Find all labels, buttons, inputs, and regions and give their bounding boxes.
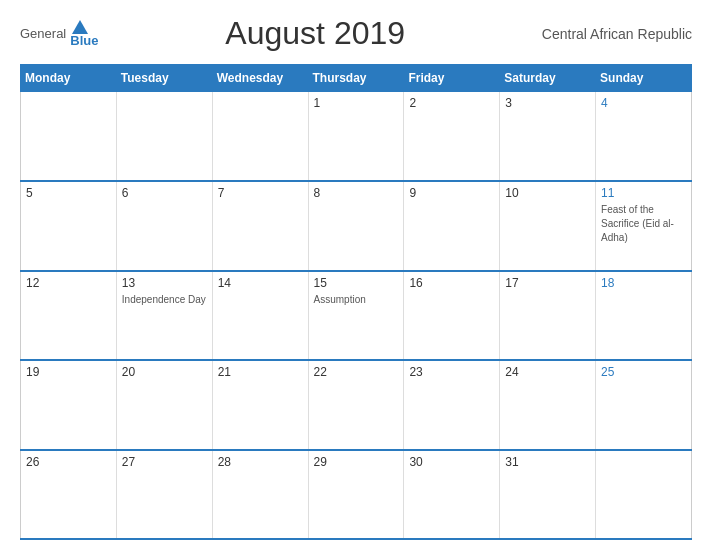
day-number: 6 (122, 186, 207, 200)
day-number: 14 (218, 276, 303, 290)
logo: General Blue (20, 20, 98, 47)
col-thursday: Thursday (308, 65, 404, 92)
calendar-week-3: 1213Independence Day1415Assumption161718 (21, 271, 692, 361)
page-title: August 2019 (98, 15, 532, 52)
col-wednesday: Wednesday (212, 65, 308, 92)
calendar-cell: 2 (404, 92, 500, 182)
day-number: 4 (601, 96, 686, 110)
day-number: 23 (409, 365, 494, 379)
day-number: 7 (218, 186, 303, 200)
day-number: 27 (122, 455, 207, 469)
country-label: Central African Republic (532, 26, 692, 42)
day-number: 21 (218, 365, 303, 379)
day-number: 16 (409, 276, 494, 290)
calendar-cell: 5 (21, 181, 117, 271)
calendar-cell: 14 (212, 271, 308, 361)
calendar-cell: 19 (21, 360, 117, 450)
calendar-cell: 29 (308, 450, 404, 540)
day-number: 20 (122, 365, 207, 379)
day-number: 5 (26, 186, 111, 200)
holiday-label: Assumption (314, 294, 366, 305)
calendar-cell: 18 (596, 271, 692, 361)
day-number: 22 (314, 365, 399, 379)
logo-blue-text: Blue (70, 34, 98, 47)
logo-triangle-icon (72, 20, 88, 34)
day-number: 10 (505, 186, 590, 200)
calendar-week-5: 262728293031 (21, 450, 692, 540)
calendar-cell: 6 (116, 181, 212, 271)
calendar-cell: 24 (500, 360, 596, 450)
calendar-cell: 16 (404, 271, 500, 361)
calendar-week-2: 567891011Feast of the Sacrifice (Eid al-… (21, 181, 692, 271)
calendar-cell: 23 (404, 360, 500, 450)
calendar-cell: 22 (308, 360, 404, 450)
col-monday: Monday (21, 65, 117, 92)
calendar-week-1: 1234 (21, 92, 692, 182)
day-number: 13 (122, 276, 207, 290)
calendar-cell: 3 (500, 92, 596, 182)
day-number: 31 (505, 455, 590, 469)
calendar-cell: 8 (308, 181, 404, 271)
calendar-cell: 26 (21, 450, 117, 540)
calendar-cell: 27 (116, 450, 212, 540)
page: General Blue August 2019 Central African… (0, 0, 712, 550)
col-sunday: Sunday (596, 65, 692, 92)
calendar-cell: 9 (404, 181, 500, 271)
day-number: 1 (314, 96, 399, 110)
logo-general-text: General (20, 26, 66, 41)
day-number: 17 (505, 276, 590, 290)
calendar-cell: 17 (500, 271, 596, 361)
day-number: 19 (26, 365, 111, 379)
calendar-week-4: 19202122232425 (21, 360, 692, 450)
calendar-cell: 30 (404, 450, 500, 540)
calendar-cell (596, 450, 692, 540)
day-number: 8 (314, 186, 399, 200)
col-tuesday: Tuesday (116, 65, 212, 92)
day-number: 9 (409, 186, 494, 200)
day-number: 30 (409, 455, 494, 469)
calendar-cell: 7 (212, 181, 308, 271)
calendar-cell: 13Independence Day (116, 271, 212, 361)
day-number: 2 (409, 96, 494, 110)
day-number: 24 (505, 365, 590, 379)
calendar-cell: 10 (500, 181, 596, 271)
day-number: 11 (601, 186, 686, 200)
col-friday: Friday (404, 65, 500, 92)
calendar-cell: 1 (308, 92, 404, 182)
calendar-cell: 25 (596, 360, 692, 450)
col-saturday: Saturday (500, 65, 596, 92)
day-number: 28 (218, 455, 303, 469)
calendar-cell: 4 (596, 92, 692, 182)
calendar-cell (21, 92, 117, 182)
day-number: 3 (505, 96, 590, 110)
calendar-cell: 11Feast of the Sacrifice (Eid al-Adha) (596, 181, 692, 271)
day-number: 15 (314, 276, 399, 290)
holiday-label: Independence Day (122, 294, 206, 305)
day-number: 12 (26, 276, 111, 290)
day-number: 18 (601, 276, 686, 290)
calendar-cell (116, 92, 212, 182)
holiday-label: Feast of the Sacrifice (Eid al-Adha) (601, 204, 674, 243)
day-number: 29 (314, 455, 399, 469)
calendar-cell: 31 (500, 450, 596, 540)
calendar-cell: 15Assumption (308, 271, 404, 361)
calendar-cell: 20 (116, 360, 212, 450)
calendar-cell: 21 (212, 360, 308, 450)
calendar-header-row: Monday Tuesday Wednesday Thursday Friday… (21, 65, 692, 92)
calendar-cell (212, 92, 308, 182)
calendar-cell: 28 (212, 450, 308, 540)
day-number: 25 (601, 365, 686, 379)
calendar-table: Monday Tuesday Wednesday Thursday Friday… (20, 64, 692, 540)
day-number: 26 (26, 455, 111, 469)
calendar-cell: 12 (21, 271, 117, 361)
calendar-header: General Blue August 2019 Central African… (20, 15, 692, 52)
